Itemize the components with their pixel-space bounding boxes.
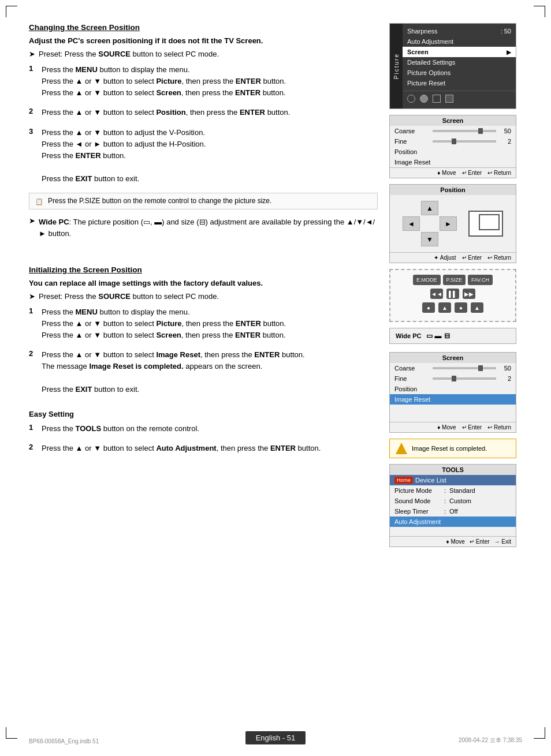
section2-title: Initializing the Screen Position bbox=[29, 265, 378, 274]
picture-label-text: Picture bbox=[393, 53, 400, 79]
step1: 1 Press the MENU button to display the m… bbox=[29, 64, 378, 99]
widepc-arrow: ➤ bbox=[29, 216, 35, 225]
pos-bottom: ✦ Adjust ↵ Enter ↩ Return bbox=[390, 252, 516, 263]
pos-adjust-hint: ✦ Adjust bbox=[434, 255, 456, 261]
rew-btn[interactable]: ◄◄ bbox=[430, 289, 443, 299]
es-step1-num: 1 bbox=[29, 423, 42, 435]
icon-contrast bbox=[407, 95, 415, 103]
tools-move-hint: ♦ Move bbox=[446, 538, 465, 545]
pause-btn[interactable]: ▌▌ bbox=[446, 289, 459, 299]
picmode-val: Standard bbox=[449, 487, 475, 494]
tools-row-autoadj: Auto Adjustment bbox=[390, 517, 516, 527]
icon-color bbox=[445, 95, 453, 103]
s2-step2-num: 2 bbox=[29, 349, 42, 396]
pos-screen-icon bbox=[468, 211, 503, 237]
remote-row2: ◄◄ ▌▌ ▶▶ bbox=[395, 289, 511, 299]
menu-item-sharpness: Sharpness : 50 bbox=[403, 26, 516, 36]
right-arrow[interactable]: ► bbox=[440, 216, 457, 231]
coarse-val-1: 50 bbox=[500, 128, 511, 134]
footer-file-left: BP68-00658A_Eng.indb 51 bbox=[29, 738, 99, 744]
step3: 3 Press the ▲ or ▼ button to adjust the … bbox=[29, 127, 378, 185]
widepc-label: Wide PC bbox=[396, 332, 422, 339]
soundmode-sep: : bbox=[444, 497, 446, 504]
coarse-label-2: Coarse bbox=[394, 365, 429, 372]
note-text: Press the P.SIZE button on the remote co… bbox=[48, 197, 271, 205]
es-step2-num: 2 bbox=[29, 443, 42, 454]
fwd-btn[interactable]: ▶▶ bbox=[463, 289, 475, 299]
position-label-2: Position bbox=[394, 386, 429, 392]
footer-file-right: 2008-04-22 오후 7:38:35 bbox=[459, 736, 522, 744]
widepc-line: ➤ Wide PC: The picture position (▭, ▬) a… bbox=[29, 216, 378, 251]
fine-thumb-1 bbox=[452, 139, 456, 144]
tools-row-picmode: Picture Mode : Standard bbox=[390, 485, 516, 496]
imgreset-row-1: Image Reset bbox=[390, 157, 516, 167]
favch-btn[interactable]: FAV.CH bbox=[468, 275, 493, 285]
sharpness-value: : 50 bbox=[501, 28, 511, 35]
sleep-val: Off bbox=[449, 508, 457, 515]
menu-item-options: Picture Options bbox=[403, 68, 516, 78]
widepc-panel: Wide PC ▭ ▬ ⊟ bbox=[389, 328, 516, 344]
enter-hint-1: ↵ Enter bbox=[462, 170, 482, 176]
imgreset-label-2: Image Reset bbox=[394, 396, 430, 403]
tools-device-list: Home Device List bbox=[390, 475, 516, 485]
main-content: Changing the Screen Position Adjust the … bbox=[29, 23, 522, 547]
screen-label: Screen bbox=[407, 48, 429, 55]
fine-row-2: Fine 2 bbox=[390, 373, 516, 384]
tools-enter-hint: ↵ Enter bbox=[470, 538, 490, 545]
pos-arrows: ▲ ◄ ► ▼ bbox=[403, 201, 457, 246]
coarse-thumb-1 bbox=[478, 128, 483, 134]
play-btn[interactable]: ● bbox=[455, 302, 467, 313]
imgreset-row-2: Image Reset bbox=[390, 394, 516, 405]
section2-preset-text: Preset: Press the SOURCE button to selec… bbox=[39, 292, 219, 301]
move-hint-1: ♦ Move bbox=[437, 170, 456, 176]
device-list-label: Device List bbox=[415, 477, 446, 484]
sleep-sep: : bbox=[444, 508, 446, 515]
es-step1: 1 Press the TOOLS button on the remote c… bbox=[29, 423, 378, 435]
step2-num: 2 bbox=[29, 107, 42, 118]
autoadj-label-tools: Auto Adjustment bbox=[394, 518, 441, 525]
down-arrow[interactable]: ▼ bbox=[421, 232, 438, 246]
menu-item-detailed: Detailed Settings bbox=[403, 57, 516, 68]
widepc-icons: ▭ ▬ ⊟ bbox=[426, 332, 450, 340]
fine-slider-1 bbox=[433, 140, 496, 143]
step1-num: 1 bbox=[29, 64, 42, 99]
left-arrow[interactable]: ◄ bbox=[403, 216, 420, 231]
reset-label: Picture Reset bbox=[407, 80, 445, 87]
icon-row bbox=[403, 91, 516, 106]
psize-btn[interactable]: P.SIZE bbox=[443, 275, 466, 285]
icon-sharp bbox=[433, 95, 441, 103]
stop-btn[interactable]: ▲ bbox=[438, 302, 451, 313]
sharpness-label: Sharpness bbox=[407, 28, 438, 35]
coarse-row-1: Coarse 50 bbox=[390, 126, 516, 136]
preset-arrow: ➤ bbox=[29, 50, 35, 58]
s2-step2: 2 Press the ▲ or ▼ button to select Imag… bbox=[29, 349, 378, 396]
es-step2: 2 Press the ▲ or ▼ button to select Auto… bbox=[29, 443, 378, 454]
fine-val-1: 2 bbox=[500, 138, 511, 145]
skip-btn[interactable]: ▲ bbox=[471, 302, 483, 313]
corner-mark-tl bbox=[6, 6, 17, 17]
screen-title-1: Screen bbox=[390, 115, 516, 126]
position-label-1: Position bbox=[394, 148, 429, 155]
rec-btn[interactable]: ● bbox=[422, 302, 435, 313]
emode-btn[interactable]: E.MODE bbox=[413, 275, 441, 285]
easy-setting-title: Easy Setting bbox=[29, 410, 378, 418]
note-icon: 📋 bbox=[35, 198, 44, 205]
tools-bottom: ♦ Move ↵ Enter → Exit bbox=[390, 536, 516, 547]
blank5 bbox=[440, 232, 457, 246]
pos-title: Position bbox=[390, 185, 516, 195]
position-panel: Position ▲ ◄ ► ▼ bbox=[389, 184, 516, 263]
coarse-slider-2 bbox=[433, 367, 496, 369]
picture-menu-content: Sharpness : 50 Auto Adjustment Screen ▶ … bbox=[403, 24, 516, 108]
picmode-sep: : bbox=[444, 487, 446, 494]
page-footer: English - 51 BP68-00658A_Eng.indb 51 200… bbox=[0, 731, 551, 744]
position-row-2: Position bbox=[390, 384, 516, 394]
up-arrow[interactable]: ▲ bbox=[421, 201, 438, 215]
pos-screen-inner bbox=[479, 214, 500, 230]
coarse-label-1: Coarse bbox=[394, 128, 429, 134]
icon-bright bbox=[420, 95, 428, 103]
fine-val-2: 2 bbox=[500, 375, 511, 382]
s2-step1-text: Press the MENU button to display the men… bbox=[42, 306, 286, 341]
screen-panel-1: Screen Coarse 50 Fine 2 Position bbox=[389, 115, 516, 178]
corner-mark-tr bbox=[534, 6, 545, 17]
screen-bottom-1: ♦ Move ↵ Enter ↩ Return bbox=[390, 167, 516, 178]
